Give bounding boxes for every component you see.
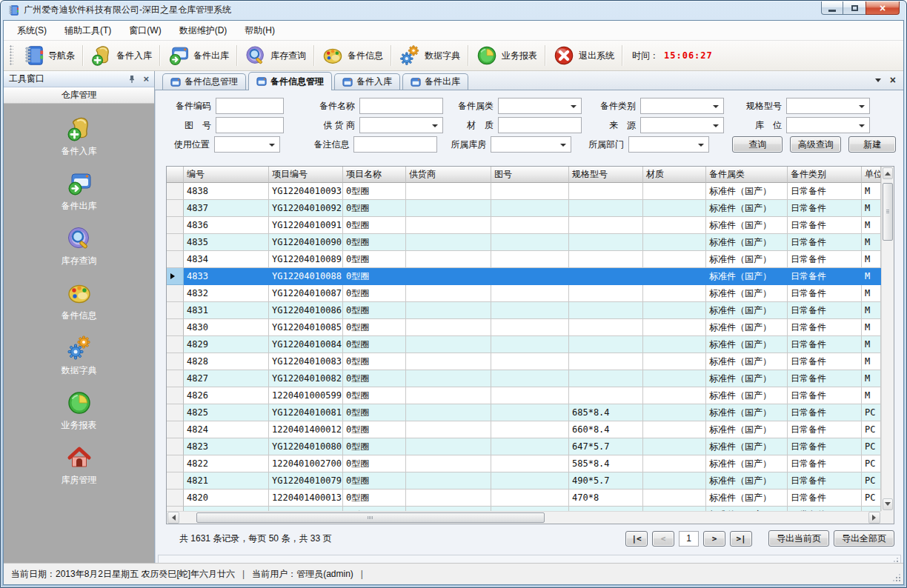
prev-page-button[interactable]: < — [652, 531, 674, 547]
source-select[interactable] — [640, 117, 724, 133]
menu-item-aux-tools[interactable]: 辅助工具(T) — [56, 21, 120, 40]
maximize-button[interactable] — [843, 1, 866, 15]
table-row[interactable]: 4827YG122040100820型圈标准件（国产）日常备件M — [167, 370, 881, 387]
department-select[interactable] — [628, 136, 709, 153]
app-body: 系统(S)辅助工具(T)窗口(W)数据维护(D)帮助(H) 导航条备件入库备件出… — [3, 20, 904, 585]
table-row[interactable]: 4821YG122040100790型圈490*5.7标准件（国产）日常备件PC — [167, 472, 881, 490]
sidebar-item-warehouse[interactable]: 库房管理 — [62, 444, 97, 487]
new-button[interactable]: 新建 — [848, 136, 896, 153]
menu-item-system[interactable]: 系统(S) — [8, 21, 56, 40]
search-row: 图 号供 货 商材 质来 源库 位 — [168, 117, 903, 133]
table-row[interactable]: 4835YG122040100900型圈标准件（国产）日常备件M — [167, 234, 881, 251]
column-header-7[interactable]: 备件属类 — [706, 167, 788, 183]
page-number-input[interactable]: 1 — [679, 531, 699, 547]
table-row[interactable]: 482212204010027000型圈585*8.4标准件（国产）日常备件PC — [167, 455, 881, 472]
sidebar-item-parts-info[interactable]: 备件信息 — [62, 280, 97, 322]
sidebar-item-parts-in[interactable]: 备件入库 — [62, 116, 97, 158]
column-header-2[interactable]: 项目名称 — [343, 167, 406, 183]
toolbar-button-parts-out[interactable]: 备件出库 — [162, 43, 234, 68]
material-input[interactable] — [498, 117, 582, 133]
toolbar-button-exit[interactable]: 退出系统 — [548, 43, 619, 68]
table-row[interactable]: 4823YG122040100800型圈647*5.7标准件（国产）日常备件PC — [167, 438, 881, 455]
spec-model-select[interactable] — [786, 98, 870, 114]
export-current-page-button[interactable]: 导出当前页 — [768, 530, 829, 547]
table-row[interactable]: 4836YG122040100910型圈标准件（国产）日常备件M — [167, 217, 881, 234]
menu-item-help[interactable]: 帮助(H) — [236, 21, 284, 40]
column-header-0[interactable]: 编号 — [184, 167, 269, 183]
table-row[interactable]: 4831YG122040100860型圈标准件（国产）日常备件M — [167, 302, 881, 319]
table-row[interactable]: 4834YG122040100890型圈标准件（国产）日常备件M — [167, 251, 881, 268]
tool-window-close-icon[interactable]: × — [143, 76, 149, 83]
toolbar-button-nav-bar[interactable]: 导航条 — [17, 43, 80, 68]
close-button[interactable]: × — [866, 1, 900, 15]
remark-input[interactable] — [353, 136, 437, 153]
table-row[interactable]: 4838YG122040100930型圈标准件（国产）日常备件M — [167, 183, 881, 200]
table-row[interactable]: 482012204014000130型圈470*8标准件（国产）日常备件PC — [167, 490, 881, 507]
table-row[interactable]: 4832YG122040100870型圈标准件（国产）日常备件M — [167, 285, 881, 302]
supplier-select[interactable] — [359, 117, 443, 133]
export-all-pages-button[interactable]: 导出全部页 — [834, 530, 894, 547]
window-resize-grip-icon[interactable] — [892, 573, 901, 582]
column-header-5[interactable]: 规格型号 — [569, 167, 643, 183]
toolbar-button-parts-info[interactable]: 备件信息 — [316, 43, 388, 68]
tab-parts-info-mgmt-2[interactable]: 备件信息管理 — [248, 72, 332, 90]
table-row[interactable]: 4830YG122040100850型圈标准件（国产）日常备件M — [167, 319, 881, 336]
stock-query-icon — [66, 225, 93, 252]
tab-parts-out[interactable]: 备件出库 — [402, 73, 468, 90]
scroll-down-button[interactable] — [883, 498, 893, 510]
next-page-button[interactable]: > — [703, 531, 725, 547]
table-row[interactable]: 4829YG122040100840型圈标准件（国产）日常备件M — [167, 336, 881, 353]
part-code-input[interactable] — [216, 98, 284, 114]
column-header-1[interactable]: 项目编号 — [269, 167, 343, 183]
scroll-up-button[interactable] — [883, 167, 893, 179]
part-genus-select[interactable] — [498, 98, 582, 114]
toolbar-button-parts-in[interactable]: 备件入库 — [85, 43, 157, 68]
sidebar-item-data-dict[interactable]: 数据字典 — [62, 335, 97, 377]
table-row[interactable]: 482612204010005990型圈标准件（国产）日常备件M — [167, 387, 881, 404]
horizontal-scrollbar[interactable] — [167, 511, 881, 524]
toolbar-button-report[interactable]: 业务报表 — [471, 43, 542, 68]
use-position-select[interactable] — [214, 136, 280, 153]
table-cell: 日常备件 — [788, 183, 862, 200]
sidebar-item-stock-query[interactable]: 库存查询 — [62, 225, 97, 267]
sidebar-item-report[interactable]: 业务报表 — [62, 390, 97, 432]
arrow-up-icon — [885, 169, 891, 176]
scroll-left-button[interactable] — [167, 512, 179, 524]
column-header-9[interactable]: 单位 — [862, 167, 881, 183]
table-cell: 0型圈 — [343, 455, 406, 472]
last-page-button[interactable]: >| — [730, 531, 752, 547]
warehouse-select[interactable] — [491, 136, 571, 153]
vertical-scrollbar[interactable] — [881, 167, 894, 511]
first-page-button[interactable]: |< — [625, 531, 648, 547]
menu-item-data-maintenance[interactable]: 数据维护(D) — [170, 21, 236, 40]
vertical-scroll-thumb[interactable] — [883, 183, 893, 241]
horizontal-scroll-thumb[interactable] — [196, 512, 545, 523]
column-header-8[interactable]: 备件类别 — [788, 167, 862, 183]
advanced-query-button[interactable]: 高级查询 — [790, 136, 841, 153]
table-row[interactable]: 4833YG122040100880型圈标准件（国产）日常备件M — [167, 268, 881, 285]
table-cell: 4820 — [184, 490, 269, 507]
scroll-right-button[interactable] — [868, 512, 880, 524]
query-button[interactable]: 查询 — [732, 136, 782, 153]
tab-list-chevron-down-icon[interactable] — [875, 78, 881, 85]
tab-close-icon[interactable]: × — [890, 76, 896, 85]
drawing-no-input[interactable] — [216, 117, 284, 133]
table-row[interactable]: 4825YG122040100810型圈685*8.4标准件（国产）日常备件PC — [167, 404, 881, 421]
table-row[interactable]: 4837YG122040100920型圈标准件（国产）日常备件M — [167, 200, 881, 217]
sidebar-item-parts-out[interactable]: 备件出库 — [62, 170, 97, 213]
pin-icon[interactable] — [127, 75, 136, 84]
column-header-6[interactable]: 材质 — [643, 167, 706, 183]
part-name-input[interactable] — [359, 98, 443, 114]
column-header-3[interactable]: 供货商 — [406, 167, 491, 183]
part-category-select[interactable] — [640, 98, 724, 114]
location-select[interactable] — [786, 117, 870, 133]
minimize-button[interactable] — [821, 1, 843, 15]
toolbar-button-data-dict[interactable]: 数据字典 — [393, 43, 465, 68]
table-row[interactable]: 482412204014000120型圈660*8.4标准件（国产）日常备件PC — [167, 421, 881, 438]
menu-item-window[interactable]: 窗口(W) — [120, 21, 170, 40]
column-header-4[interactable]: 图号 — [491, 167, 569, 183]
toolbar-button-stock-query[interactable]: 库存查询 — [239, 43, 311, 68]
table-row[interactable]: 4828YG122040100830型圈标准件（国产）日常备件M — [167, 353, 881, 370]
tab-parts-info-mgmt-1[interactable]: 备件信息管理 — [162, 73, 246, 90]
tab-parts-in[interactable]: 备件入库 — [334, 73, 400, 90]
